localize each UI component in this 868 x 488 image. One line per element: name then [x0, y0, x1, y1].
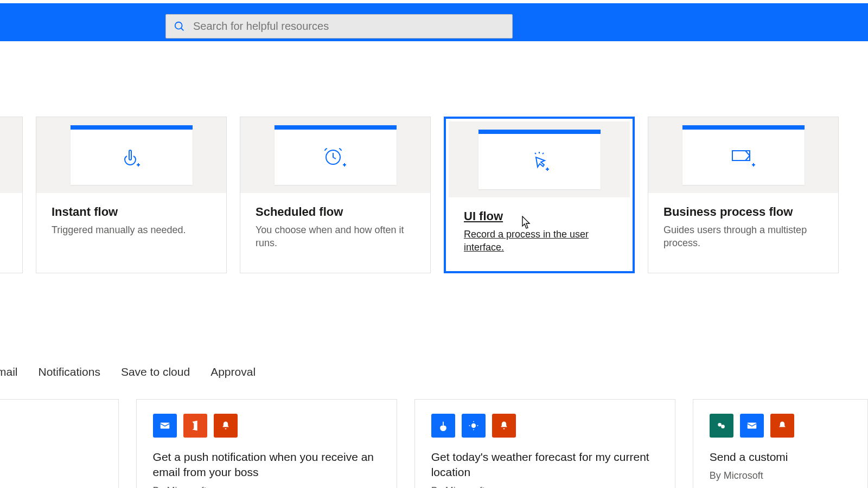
flow-cards-row: . Instant flow Triggered manually as nee…: [0, 117, 868, 273]
flow-card-desc: Triggered manually as needed.: [52, 223, 211, 236]
touch-plus-icon: [118, 144, 144, 170]
template-title: Send a customi: [710, 450, 851, 465]
search-box[interactable]: [165, 14, 513, 38]
flow-card-title: Business process flow: [663, 205, 823, 219]
tab-approval[interactable]: Approval: [210, 365, 256, 378]
svg-rect-23: [747, 422, 756, 428]
template-card[interactable]: Get a push notification when you receive…: [136, 399, 397, 488]
svg-line-1: [181, 28, 184, 30]
tab-email[interactable]: Email: [0, 365, 18, 378]
template-title: Get a push notification when you receive…: [153, 450, 380, 480]
svg-point-0: [175, 22, 182, 29]
template-author: By Microsoft: [431, 485, 659, 488]
flow-card-ui[interactable]: UI flow Record a process in the user int…: [444, 117, 635, 273]
templates-row: hments to OneDrive for Get a push notifi…: [0, 399, 868, 488]
svg-line-7: [535, 153, 536, 154]
search-icon: [174, 21, 186, 33]
flow-card-title: Scheduled flow: [256, 205, 415, 219]
page-title: ow: [0, 56, 868, 73]
tab-save-to-cloud[interactable]: Save to cloud: [121, 365, 190, 378]
svg-rect-15: [160, 422, 169, 428]
outlook-icon: [740, 414, 764, 438]
cursor-plus-icon: [526, 149, 552, 175]
template-author: By Microsoft: [153, 485, 380, 488]
outlook-icon: [153, 414, 177, 438]
bell-icon: [214, 414, 238, 438]
svg-point-16: [471, 423, 476, 427]
top-bar: [0, 3, 868, 41]
svg-point-21: [718, 423, 722, 427]
template-title: hments to OneDrive for: [0, 414, 102, 429]
bell-icon: [770, 414, 794, 438]
bell-icon: [492, 414, 516, 438]
svg-line-9: [542, 153, 544, 154]
flow-card-title: Instant flow: [52, 205, 211, 219]
flow-card-instant[interactable]: Instant flow Triggered manually as neede…: [36, 117, 227, 273]
template-author: By Microsoft: [710, 470, 851, 481]
flow-card-automated[interactable]: .: [0, 117, 23, 273]
svg-point-22: [721, 425, 725, 428]
clock-plus-icon: [321, 144, 349, 170]
flow-card-title: UI flow: [464, 209, 615, 223]
template-card[interactable]: Send a customi By Microsoft: [693, 399, 868, 488]
flow-card-desc: Guides users through a multistep process…: [663, 223, 823, 250]
weather-icon: [462, 414, 486, 438]
template-title: Get today's weather forecast for my curr…: [431, 450, 659, 480]
sharepoint-icon: [710, 414, 733, 438]
office-icon: [183, 414, 207, 438]
template-tabs: Email Notifications Save to cloud Approv…: [0, 365, 868, 378]
process-plus-icon: [728, 144, 758, 170]
button-icon: [431, 414, 455, 438]
flow-card-business-process[interactable]: Business process flow Guides users throu…: [648, 117, 839, 273]
template-icons: [153, 414, 380, 438]
template-icons: [710, 414, 851, 438]
flow-card-desc: You choose when and how often it runs.: [256, 223, 415, 250]
flow-card-scheduled[interactable]: Scheduled flow You choose when and how o…: [240, 117, 431, 273]
search-input[interactable]: [193, 20, 505, 33]
flow-card-desc: Record a process in the user interface.: [464, 228, 615, 254]
flow-card-desc: .: [0, 209, 7, 222]
template-icons: [431, 414, 659, 438]
template-card[interactable]: Get today's weather forecast for my curr…: [414, 399, 675, 488]
tab-notifications[interactable]: Notifications: [39, 365, 100, 378]
template-card[interactable]: hments to OneDrive for: [0, 399, 119, 488]
